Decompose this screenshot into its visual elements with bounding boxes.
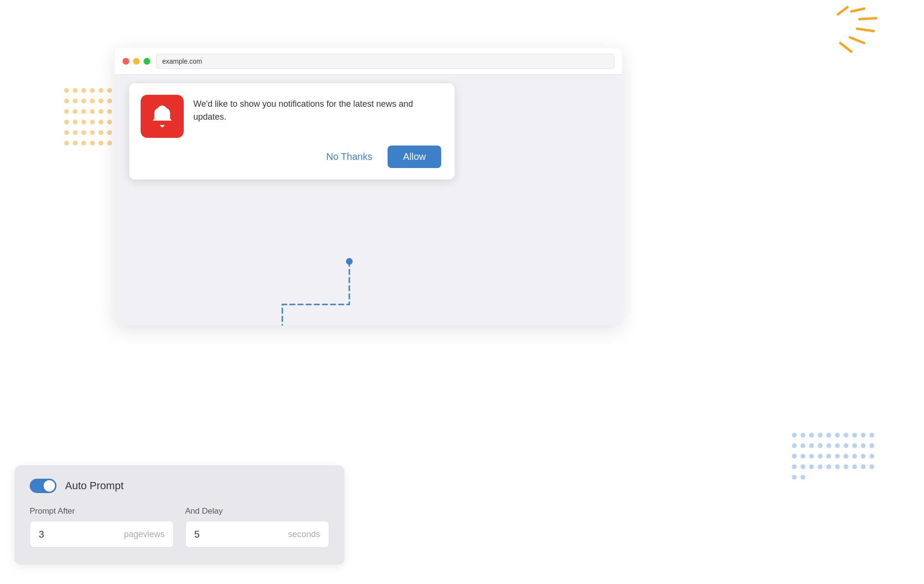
orange-burst-decoration	[780, 5, 881, 69]
svg-line-4	[850, 37, 864, 43]
and-delay-group: And Delay 5 seconds	[185, 506, 329, 548]
auto-prompt-card: Auto Prompt Prompt After 3 pageviews And…	[14, 465, 345, 565]
auto-prompt-toggle[interactable]	[30, 479, 56, 493]
traffic-light-red[interactable]	[122, 58, 129, 65]
traffic-lights	[122, 58, 150, 65]
browser-window: example.com We'd like to show you notifi…	[115, 48, 622, 326]
traffic-light-yellow[interactable]	[133, 58, 140, 65]
prompt-after-value: 3	[39, 529, 50, 540]
prompt-after-unit: pageviews	[124, 529, 165, 539]
svg-line-3	[857, 29, 874, 31]
popup-actions: No Thanks Allow	[141, 146, 443, 168]
popup-message: We'd like to show you notifications for …	[193, 95, 443, 124]
dot-grid-blue: (function(){ const el = document.querySe…	[790, 431, 876, 527]
no-thanks-button[interactable]: No Thanks	[321, 147, 378, 166]
svg-line-2	[859, 18, 876, 19]
prompt-after-group: Prompt After 3 pageviews	[30, 506, 174, 548]
and-delay-unit: seconds	[288, 529, 320, 539]
url-text: example.com	[162, 57, 202, 65]
auto-prompt-label: Auto Prompt	[65, 480, 123, 492]
and-delay-value: 5	[194, 529, 206, 540]
bell-icon	[149, 103, 175, 129]
allow-button[interactable]: Allow	[388, 146, 441, 168]
popup-top: We'd like to show you notifications for …	[141, 95, 443, 138]
auto-prompt-header: Auto Prompt	[30, 479, 329, 493]
notification-popup: We'd like to show you notifications for …	[129, 83, 455, 180]
svg-line-5	[840, 43, 851, 52]
prompt-after-label: Prompt After	[30, 506, 174, 516]
svg-point-6	[346, 258, 353, 265]
address-bar[interactable]: example.com	[156, 54, 614, 69]
browser-toolbar: example.com	[115, 48, 622, 75]
and-delay-input[interactable]: 5 seconds	[185, 521, 329, 548]
bell-icon-wrapper	[141, 95, 184, 138]
svg-line-0	[838, 7, 847, 14]
browser-content: We'd like to show you notifications for …	[115, 75, 622, 326]
toggle-thumb	[44, 480, 55, 492]
and-delay-label: And Delay	[185, 506, 329, 516]
prompt-fields: Prompt After 3 pageviews And Delay 5 sec…	[30, 506, 329, 548]
svg-line-1	[851, 9, 864, 11]
traffic-light-green[interactable]	[144, 58, 150, 65]
prompt-after-input[interactable]: 3 pageviews	[30, 521, 174, 548]
